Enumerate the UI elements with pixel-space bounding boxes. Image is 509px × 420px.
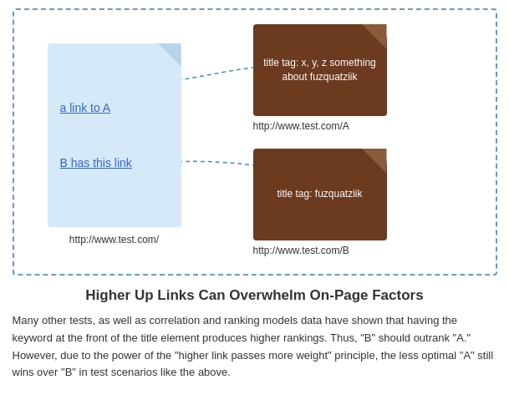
- doc-b-title: title tag: fuzquatziik: [277, 187, 362, 201]
- text-section: Higher Up Links Can Overwhelm On-Page Fa…: [13, 287, 497, 382]
- doc-a-shape: title tag: x, y, z something about fuzqu…: [253, 24, 387, 116]
- section-heading: Higher Up Links Can Overwhelm On-Page Fa…: [13, 287, 497, 304]
- page-url: http://www.test.com/: [69, 234, 159, 245]
- left-section: a link to A B has this link http://www.t…: [23, 43, 206, 245]
- link-a[interactable]: a link to A: [60, 101, 111, 114]
- doc-b-url: http://www.test.com/B: [253, 245, 349, 256]
- diagram-container: a link to A B has this link http://www.t…: [13, 8, 497, 276]
- doc-b-shape: title tag: fuzquatziik: [253, 149, 387, 240]
- doc-a-title: title tag: x, y, z something about fuzqu…: [262, 56, 379, 84]
- doc-a-block: title tag: x, y, z something about fuzqu…: [253, 24, 387, 132]
- right-section: title tag: x, y, z something about fuzqu…: [253, 24, 487, 265]
- doc-a-url: http://www.test.com/A: [253, 120, 349, 132]
- doc-b-block: title tag: fuzquatziik http://www.test.c…: [253, 149, 387, 256]
- body-text: Many other tests, as well as correlation…: [13, 312, 497, 382]
- page-shape: a link to A B has this link: [48, 43, 181, 227]
- link-b[interactable]: B has this link: [60, 156, 132, 170]
